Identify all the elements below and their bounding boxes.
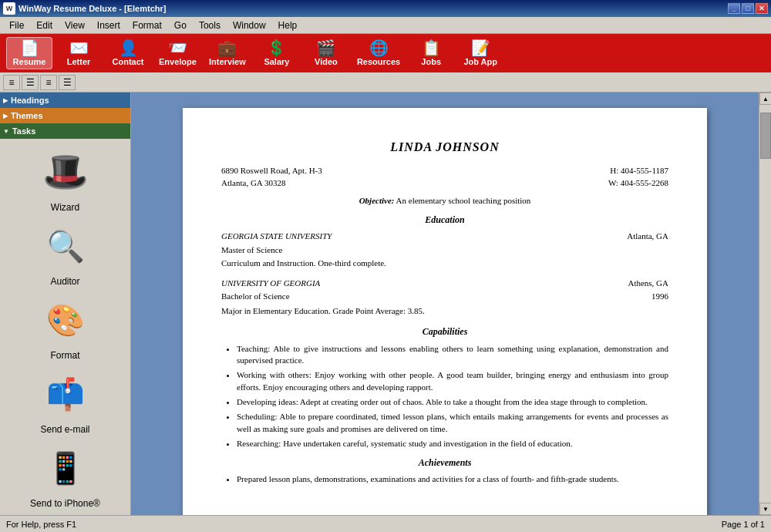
scroll-up-button[interactable]: ▲ [759,93,771,105]
tasks-section-header[interactable]: ▼ Tasks [0,123,130,139]
minimize-button[interactable]: _ [728,3,740,14]
resume-name: LINDA JOHNSON [221,139,668,156]
contact-icon: 👤 [119,40,138,56]
objective-line: Objective: An elementary school teaching… [221,195,668,207]
edu2-location: Athens, GA [628,278,668,289]
tasks-label: Tasks [12,126,35,136]
edu2-school: UNIVERSITY OF GEORGIA [221,278,320,289]
address-right: H: 404-555-1187 W: 404-555-2268 [608,165,668,189]
nav-resume[interactable]: 📄 Resume [6,37,52,69]
resume-document: LINDA JOHNSON 6890 Roswell Road, Apt. H-… [183,108,707,515]
task-send-iphone[interactable]: 📱 Send to iPhone® [19,441,112,509]
scroll-thumb[interactable] [760,113,771,159]
salary-icon: 💲 [267,40,286,56]
email-icon: 📫 [46,376,85,412]
jobs-icon: 📋 [422,40,441,56]
close-button[interactable]: ✕ [756,3,768,14]
menu-bar: File Edit View Insert Format Go Tools Wi… [0,17,771,34]
nav-salary[interactable]: 💲 Salary [254,37,300,69]
vertical-scrollbar[interactable]: ▲ ▼ [759,93,771,515]
nav-interview[interactable]: 💼 Interview [204,37,251,69]
menu-go[interactable]: Go [168,19,193,32]
scroll-down-button[interactable]: ▼ [759,503,771,515]
main-layout: ▶ Headings ▶ Themes ▼ Tasks 🎩 Wizard 🔍 A… [0,93,771,515]
address-left: 6890 Roswell Road, Apt. H-3 Atlanta, GA … [221,165,322,189]
themes-label: Themes [11,111,43,120]
edu2-degree-entry: Bachelor of Science 1996 [221,291,668,304]
auditor-icon-wrap: 🔍 [35,219,96,273]
auditor-icon: 🔍 [46,228,85,264]
jobapp-icon: 📝 [471,40,490,56]
window-controls: _ □ ✕ [728,3,768,14]
restore-button[interactable]: □ [742,3,754,14]
app-icon: W [3,2,15,15]
align-right-button[interactable]: ≡ [40,75,57,90]
edu1-detail: Curriculum and Instruction. One-third co… [221,258,668,269]
menu-insert[interactable]: Insert [91,19,126,32]
capability-4: Scheduling: Able to prepare coordinated,… [237,411,668,435]
nav-resources[interactable]: 🌐 Resources [352,37,405,69]
nav-jobs[interactable]: 📋 Jobs [408,37,454,69]
objective-label: Objective: [359,196,395,205]
nav-video[interactable]: 🎬 Video [303,37,349,69]
capability-2: Working with others: Enjoy working with … [237,369,668,393]
themes-section-header[interactable]: ▶ Themes [0,108,130,123]
task-send-email[interactable]: 📫 Send e-mail [19,367,112,435]
edu1-school: GEORGIA STATE UNIVERSITY [221,231,332,242]
menu-view[interactable]: View [59,19,91,32]
nav-envelope[interactable]: 📨 Envelope [154,37,201,69]
achievements-heading: Achievements [221,456,668,470]
education-heading: Education [221,214,668,227]
address-street: 6890 Roswell Road, Apt. H-3 [221,165,322,177]
address-block: 6890 Roswell Road, Apt. H-3 Atlanta, GA … [221,165,668,189]
nav-jobapp[interactable]: 📝 Job App [457,37,503,69]
align-justify-button[interactable]: ☰ [59,75,76,90]
task-auditor[interactable]: 🔍 Auditor [19,219,112,287]
format-toolbar: ≡ ☰ ≡ ☰ [0,72,771,93]
page-info: Page 1 of 1 [722,520,765,529]
format-label: Format [50,350,79,361]
task-format[interactable]: 🎨 Format [19,293,112,361]
capability-5: Researching: Have undertaken careful, sy… [237,438,668,450]
help-text: For Help, press F1 [6,520,76,529]
left-panel: ▶ Headings ▶ Themes ▼ Tasks 🎩 Wizard 🔍 A… [0,93,131,515]
scroll-track[interactable] [759,105,771,503]
edu-block-1: GEORGIA STATE UNIVERSITY Atlanta, GA Mas… [221,231,668,269]
nav-contact[interactable]: 👤 Contact [105,37,151,69]
capability-3: Developing ideas: Adept at creating orde… [237,396,668,408]
envelope-icon: 📨 [168,40,187,56]
send-iphone-label: Send to iPhone® [30,498,100,509]
align-left-button[interactable]: ≡ [3,75,20,90]
letter-icon: ✉️ [69,40,89,56]
iphone-icon: 📱 [46,450,85,487]
title-bar: W WinWay Resume Deluxe - [Elemtchr] _ □ … [0,0,771,17]
auditor-label: Auditor [50,276,79,287]
menu-file[interactable]: File [3,19,30,32]
edu1-location: Atlanta, GA [627,231,668,242]
align-center-button[interactable]: ☰ [22,75,39,90]
menu-help[interactable]: Help [272,19,304,32]
headings-section-header[interactable]: ▶ Headings [0,93,130,108]
nav-letter[interactable]: ✉️ Letter [56,37,102,69]
menu-window[interactable]: Window [227,19,272,32]
iphone-icon-wrap: 📱 [35,441,96,495]
wizard-icon: 🎩 [42,150,89,194]
wizard-label: Wizard [51,202,79,213]
format-icon: 🎨 [46,302,85,338]
task-wizard[interactable]: 🎩 Wizard [19,145,112,213]
edu2-degree: Bachelor of Science [221,291,290,302]
capabilities-list: Teaching: Able to give instructions and … [221,343,668,450]
edu2-entry: UNIVERSITY OF GEORGIA Athens, GA [221,278,668,289]
window-title: WinWay Resume Deluxe - [Elemtchr] [19,4,728,13]
themes-arrow-icon: ▶ [3,113,8,120]
interview-icon: 💼 [217,40,237,56]
capability-1: Teaching: Able to give instructions and … [237,343,668,367]
status-bar: For Help, press F1 Page 1 of 1 [0,515,771,532]
send-email-label: Send e-mail [40,424,89,435]
menu-tools[interactable]: Tools [193,19,227,32]
document-area[interactable]: LINDA JOHNSON 6890 Roswell Road, Apt. H-… [131,93,759,515]
achievements-list: Prepared lesson plans, demonstrations, e… [221,473,668,485]
menu-edit[interactable]: Edit [30,19,59,32]
nav-toolbar: 📄 Resume ✉️ Letter 👤 Contact 📨 Envelope … [0,34,771,72]
menu-format[interactable]: Format [126,19,168,32]
